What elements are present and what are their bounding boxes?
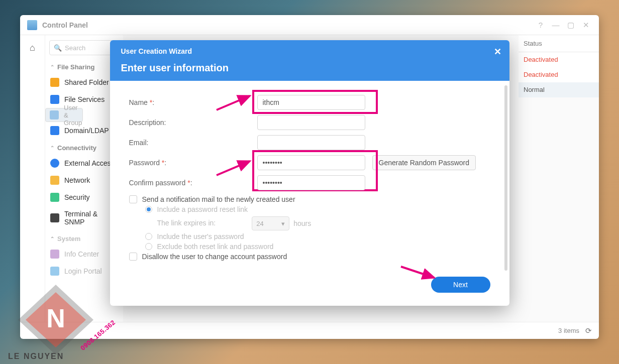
close-icon[interactable]: ✕ [494, 46, 501, 57]
label-confirm-password: Confirm password *: [129, 179, 257, 187]
label-description: Description: [129, 118, 257, 127]
scrollbar[interactable] [504, 85, 507, 271]
row-link-expiry: The link expires in: 24▾ hours [129, 215, 490, 230]
row-confirm-password: Confirm password *: [129, 175, 490, 190]
arrow-annotation [399, 263, 439, 283]
label-password: Password *: [129, 159, 257, 167]
checkbox-disallow-change[interactable]: Disallow the user to change account pass… [129, 253, 490, 261]
user-creation-wizard: User Creation Wizard Enter user informat… [110, 40, 509, 306]
radio-icon [145, 233, 152, 240]
confirm-password-input[interactable] [257, 175, 365, 190]
svg-line-2 [401, 267, 434, 278]
modal-subtitle: Enter user information [121, 62, 498, 74]
generate-password-button[interactable]: Generate Random Password [372, 155, 476, 170]
checkbox-send-mail[interactable]: Send a notification mail to the newly cr… [129, 195, 490, 203]
watermark-brand: LE NGUYEN [8, 352, 64, 361]
checkbox-icon [129, 195, 137, 203]
label-expires: The link expires in: [157, 219, 216, 227]
modal-header: User Creation Wizard Enter user informat… [110, 40, 509, 81]
row-description: Description: [129, 115, 490, 130]
row-name: Name *: [129, 95, 490, 110]
radio-include-password: Include the user's password [129, 232, 490, 240]
modal-title: User Creation Wizard [121, 47, 498, 55]
label-email: Email: [129, 139, 257, 147]
radio-include-reset-link: Include a password reset link [129, 205, 490, 213]
name-input[interactable] [257, 95, 365, 110]
checkbox-icon [129, 253, 137, 261]
password-input[interactable] [257, 155, 365, 170]
radio-icon [145, 206, 152, 213]
row-password: Password *: Generate Random Password [129, 155, 490, 170]
radio-icon [145, 243, 152, 250]
expiry-select: 24▾ [252, 216, 289, 230]
modal-body: Name *: Description: Email: Password *: … [110, 81, 509, 268]
chevron-down-icon: ▾ [281, 220, 285, 227]
radio-exclude-both: Exclude both reset link and password [129, 242, 490, 251]
next-button[interactable]: Next [431, 277, 490, 293]
label-name: Name *: [129, 98, 257, 106]
row-email: Email: [129, 135, 490, 150]
modal-overlay: User Creation Wizard Enter user informat… [0, 0, 619, 364]
email-input[interactable] [257, 135, 365, 150]
modal-footer: Next [110, 268, 509, 306]
description-input[interactable] [257, 115, 365, 130]
